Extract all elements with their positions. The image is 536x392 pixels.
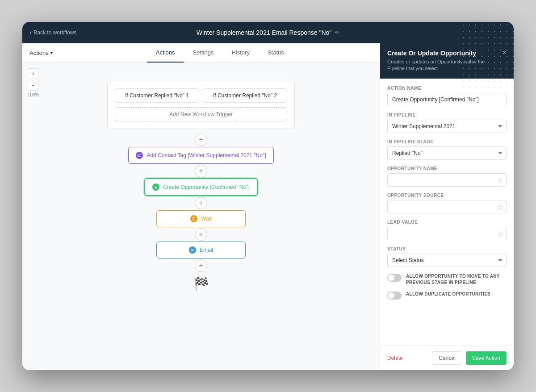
opportunity-source-label: OPPORTUNITY SOURCE <box>387 193 507 198</box>
action-name-label: ACTION NAME <box>387 86 507 91</box>
canvas-area: Actions Actions Settings History Status … <box>22 43 380 370</box>
panel-title: Create Or Update Opportunity <box>387 50 499 57</box>
email-icon: ✉ <box>189 246 196 254</box>
in-pipeline-field-group: IN PIPELINE Winter Supplemental 2021 <box>387 113 507 133</box>
main-area: Actions Actions Settings History Status … <box>22 43 514 370</box>
edit-title-icon[interactable]: ✏ <box>335 29 339 36</box>
allow-previous-toggle-row: ALLOW OPPORTUNITY TO MOVE TO ANY PREVIOU… <box>387 273 507 286</box>
pipeline-stage-select[interactable]: Replied "No" <box>387 146 507 160</box>
tag-node-label: Add Contact Tag [Winter Supplemental 202… <box>147 152 266 158</box>
lead-value-input[interactable] <box>387 227 507 240</box>
action-node-email[interactable]: ✉ Email <box>156 242 246 259</box>
tag-icon: 🏷 <box>136 152 143 159</box>
panel-body: ACTION NAME IN PIPELINE Winter Supplemen… <box>380 79 514 346</box>
status-select[interactable]: Select Status <box>387 254 507 267</box>
wait-node-label: Wait <box>201 216 212 222</box>
right-panel: Create Or Update Opportunity Creates or … <box>380 43 514 370</box>
zoom-level-label: 100% <box>28 92 39 97</box>
allow-duplicate-toggle-row: ALLOW DUPLICATE OPPORTUNITIES <box>387 291 507 300</box>
tabs-center: Actions Settings History Status <box>60 43 380 63</box>
add-trigger-button[interactable]: Add New Workflow Trigger <box>115 107 287 121</box>
opportunity-source-input[interactable] <box>387 200 507 213</box>
trigger-row: If Customer Replied "No" 1 If Customer R… <box>115 88 287 103</box>
panel-subtitle: Creates or updates an Opportunity within… <box>387 58 499 72</box>
save-action-button[interactable]: Save Action <box>466 351 507 365</box>
opportunity-source-field-group: OPPORTUNITY SOURCE ◇ <box>387 193 507 213</box>
tabs-bar: Actions Actions Settings History Status <box>22 43 380 63</box>
allow-previous-toggle[interactable] <box>387 274 402 282</box>
status-label: STATUS <box>387 246 507 251</box>
opportunity-name-input-wrapper: ◇ <box>387 173 507 187</box>
action-name-input[interactable] <box>387 93 507 106</box>
in-pipeline-label: IN PIPELINE <box>387 113 507 117</box>
tab-status[interactable]: Status <box>259 43 293 63</box>
trigger-node-2[interactable]: If Customer Replied "No" 2 <box>203 88 287 103</box>
add-step-connector-1[interactable]: + <box>195 133 207 146</box>
email-node-label: Email <box>200 247 213 253</box>
panel-header: Create Or Update Opportunity Creates or … <box>380 43 514 79</box>
footer-right-buttons: Cancel Save Action <box>432 351 507 365</box>
pipeline-stage-label: IN PIPELINE STAGE <box>387 139 507 144</box>
action-node-opportunity[interactable]: ● Create Opportunity [Confirmed "No"] <box>144 178 258 196</box>
opportunity-source-input-wrapper: ◇ <box>387 200 507 213</box>
actions-dropdown[interactable]: Actions <box>22 43 60 63</box>
panel-footer: Delete Cancel Save Action <box>380 346 514 370</box>
allow-duplicate-toggle-label: ALLOW DUPLICATE OPPORTUNITIES <box>406 291 490 297</box>
tab-history[interactable]: History <box>222 43 258 63</box>
trigger-block: If Customer Replied "No" 1 If Customer R… <box>107 81 295 129</box>
delete-button[interactable]: Delete <box>387 355 403 361</box>
add-step-connector-2[interactable]: + <box>195 165 207 177</box>
zoom-in-button[interactable]: + <box>28 68 38 79</box>
action-name-field-group: ACTION NAME <box>387 86 507 106</box>
panel-close-button[interactable]: × <box>502 49 507 57</box>
opportunity-node-label: Create Opportunity [Confirmed "No"] <box>163 184 250 190</box>
in-pipeline-select[interactable]: Winter Supplemental 2021 <box>387 120 507 133</box>
opportunity-name-input[interactable] <box>387 173 507 187</box>
zoom-out-button[interactable]: - <box>28 80 38 91</box>
action-node-tag[interactable]: 🏷 Add Contact Tag [Winter Supplemental 2… <box>128 147 273 164</box>
opportunity-name-field-group: OPPORTUNITY NAME ◇ <box>387 166 507 187</box>
trigger-node-1[interactable]: If Customer Replied "No" 1 <box>115 88 199 103</box>
status-field-group: STATUS Select Status <box>387 246 507 267</box>
zoom-controls: + - 100% <box>28 68 39 97</box>
workflow-title-text: Winter Supplemental 2021 Email Response … <box>197 29 332 36</box>
add-step-connector-4[interactable]: + <box>195 228 207 241</box>
workflow-title-container: Winter Supplemental 2021 Email Response … <box>197 29 340 36</box>
add-step-connector-3[interactable]: + <box>195 197 207 209</box>
finish-flag: 🏁 <box>193 276 209 291</box>
lead-value-field-group: LEAD VALUE ◇ <box>387 220 507 240</box>
add-step-connector-5[interactable]: + <box>195 259 207 272</box>
action-node-wait[interactable]: ⏱ Wait <box>156 210 246 227</box>
tab-settings[interactable]: Settings <box>184 43 222 63</box>
workflow-canvas: + - 100% If Customer Replied "No" 1 If C… <box>22 63 380 370</box>
allow-previous-toggle-label: ALLOW OPPORTUNITY TO MOVE TO ANY PREVIOU… <box>406 273 507 286</box>
back-to-workflows-link[interactable]: Back to workflows <box>29 29 76 37</box>
lead-value-input-wrapper: ◇ <box>387 227 507 240</box>
panel-header-content: Create Or Update Opportunity Creates or … <box>387 50 499 72</box>
lead-value-label: LEAD VALUE <box>387 220 507 225</box>
pipeline-stage-field-group: IN PIPELINE STAGE Replied "No" <box>387 139 507 160</box>
tab-actions[interactable]: Actions <box>147 43 184 63</box>
workflow-content: If Customer Replied "No" 1 If Customer R… <box>89 72 313 291</box>
allow-duplicate-toggle[interactable] <box>387 292 402 300</box>
wait-icon: ⏱ <box>190 215 197 222</box>
opportunity-name-label: OPPORTUNITY NAME <box>387 166 507 171</box>
cancel-button[interactable]: Cancel <box>432 351 462 365</box>
opportunity-icon: ● <box>152 183 159 191</box>
top-bar: Back to workflows Winter Supplemental 20… <box>22 22 514 43</box>
